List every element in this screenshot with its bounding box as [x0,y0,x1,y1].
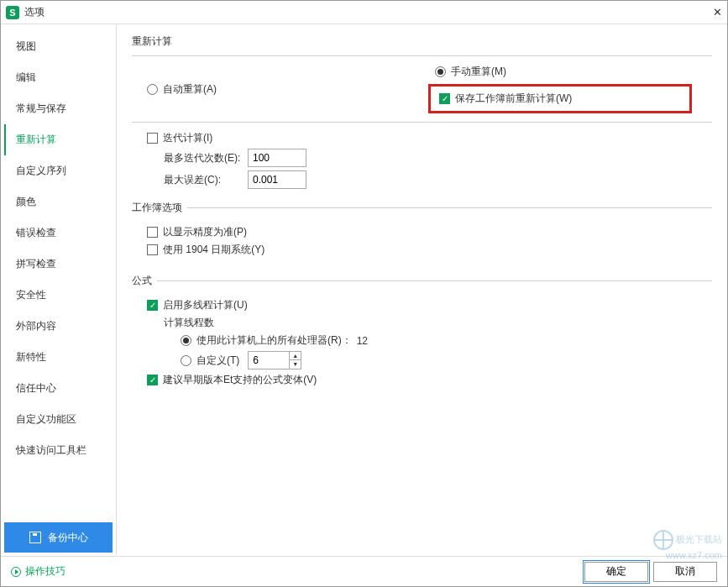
sidebar-item-error-checking[interactable]: 错误检查 [4,218,116,249]
radio-icon [147,84,158,95]
play-icon [11,567,21,577]
use-all-processors-radio[interactable]: 使用此计算机上的所有处理器(R)： [181,333,352,348]
formula-title: 公式 [132,274,157,288]
sidebar-item-security[interactable]: 安全性 [4,280,116,311]
radio-icon [181,355,191,366]
workbook-options-group: 工作簿选项 以显示精度为准(P) 使用 1904 日期系统(Y) [132,201,712,262]
highlight-box: 保存工作簿前重新计算(W) [428,84,692,113]
checkbox-icon [147,375,158,385]
checkbox-icon [147,300,158,311]
spinner-buttons[interactable]: ▲▼ [290,351,301,369]
precision-as-displayed-checkbox[interactable]: 以显示精度为准(P) [147,225,247,239]
title-bar: S 选项 ✕ [1,1,727,24]
multithread-checkbox[interactable]: 启用多线程计算(U) [147,298,248,312]
close-icon[interactable]: ✕ [699,6,722,18]
sidebar-item-recalculate[interactable]: 重新计算 [4,124,116,155]
sidebar-item-custom-lists[interactable]: 自定义序列 [4,155,116,186]
app-icon: S [6,6,19,19]
sidebar-item-view[interactable]: 视图 [4,31,116,62]
sidebar-item-color[interactable]: 颜色 [4,186,116,218]
sidebar-item-trust-center[interactable]: 信任中心 [4,373,116,404]
custom-threads-radio[interactable]: 自定义(T) [181,354,239,368]
iterative-calc-checkbox[interactable]: 迭代计算(I) [147,131,212,145]
workbook-options-title: 工作簿选项 [132,201,187,215]
checkbox-icon [147,133,158,144]
tips-link[interactable]: 操作技巧 [11,564,65,579]
checkbox-icon [147,227,158,238]
max-iter-label: 最多迭代次数(E): [164,151,248,165]
recalc-before-save-checkbox[interactable]: 保存工作簿前重新计算(W) [439,92,572,106]
checkbox-icon [439,93,450,104]
auto-recalc-radio[interactable]: 自动重算(A) [147,65,217,113]
backup-center-button[interactable]: 备份中心 [4,522,113,553]
radio-icon [435,66,446,77]
manual-recalc-radio[interactable]: 手动重算(M) [435,65,692,79]
chevron-up-icon: ▲ [290,352,301,360]
sidebar-item-customize-ribbon[interactable]: 自定义功能区 [4,404,116,435]
window-title: 选项 [24,5,699,19]
main-panel: 重新计算 自动重算(A) 手动重算(M) 保存工作簿前重新计算(W) [117,24,727,556]
max-diff-input[interactable] [248,170,306,189]
custom-threads-input[interactable] [248,351,290,369]
footer: 操作技巧 确定 取消 [1,556,727,586]
sidebar-item-edit[interactable]: 编辑 [4,62,116,93]
date-1904-checkbox[interactable]: 使用 1904 日期系统(Y) [147,243,264,257]
sidebar: 视图 编辑 常规与保存 重新计算 自定义序列 颜色 错误检查 拼写检查 安全性 … [1,24,117,556]
processor-count-value: 12 [357,335,368,347]
thread-count-label: 计算线程数 [164,316,214,330]
sidebar-item-spell-check[interactable]: 拼写检查 [4,249,116,280]
legacy-formula-checkbox[interactable]: 建议早期版本Et支持的公式变体(V) [147,373,317,387]
max-iter-input[interactable] [248,149,306,167]
cancel-button[interactable]: 取消 [653,562,717,582]
sidebar-item-quick-access[interactable]: 快速访问工具栏 [4,435,116,466]
max-diff-label: 最大误差(C): [164,173,248,187]
section-title-recalc: 重新计算 [132,34,712,49]
sidebar-item-general-save[interactable]: 常规与保存 [4,93,116,124]
chevron-down-icon: ▼ [290,360,301,368]
sidebar-item-new-features[interactable]: 新特性 [4,342,116,373]
checkbox-icon [147,244,158,255]
radio-icon [181,335,191,346]
sidebar-item-external-content[interactable]: 外部内容 [4,311,116,342]
formula-group: 公式 启用多线程计算(U) 计算线程数 使用此计算机上的所有处理器(R)： 12 [132,274,712,392]
backup-icon [29,532,41,543]
ok-button[interactable]: 确定 [584,562,648,582]
